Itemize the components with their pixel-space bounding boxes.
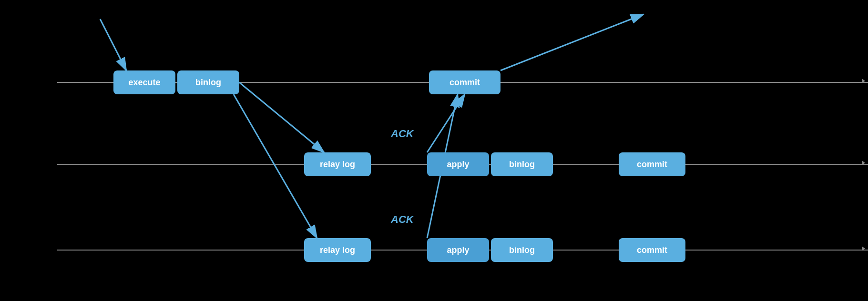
commit-node-1: commit [429, 70, 500, 94]
binlog-node-3: binlog [491, 238, 553, 262]
commit-node-3: commit [619, 238, 685, 262]
binlog-node-2: binlog [491, 152, 553, 176]
execute-node: execute [113, 70, 175, 94]
svg-line-10 [500, 14, 643, 70]
apply-node-3: apply [427, 238, 489, 262]
svg-line-8 [427, 94, 465, 152]
ack-label-2: ACK [391, 213, 414, 226]
apply-node-2: apply [427, 152, 489, 176]
svg-line-6 [239, 82, 324, 152]
binlog-node-1: binlog [177, 70, 239, 94]
commit-node-2: commit [619, 152, 685, 176]
svg-line-5 [100, 19, 126, 70]
ack-label-1: ACK [391, 128, 414, 140]
diagram-container: execute binlog commit relay log apply bi… [0, 0, 868, 301]
relay-log-node-2: relay log [304, 152, 371, 176]
relay-log-node-3: relay log [304, 238, 371, 262]
